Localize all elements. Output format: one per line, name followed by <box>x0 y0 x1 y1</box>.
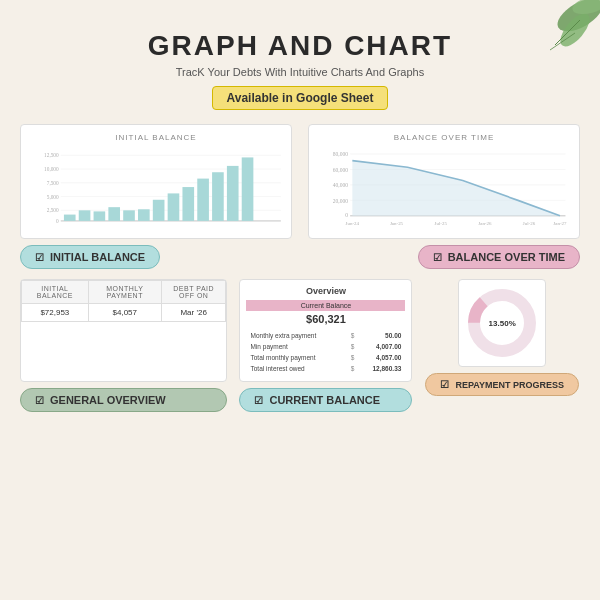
overview-title: Overview <box>246 286 405 296</box>
checkmark-icon: ☑ <box>35 252 44 263</box>
overview-row-3: Total monthly payment $ 4,057.00 <box>248 353 403 362</box>
balance-over-time-title: BALANCE OVER TIME <box>317 133 571 142</box>
label-extra-payment: Monthly extra payment <box>248 331 343 340</box>
svg-text:Jul-25: Jul-25 <box>434 221 447 226</box>
overview-section: Overview Current Balance $60,321 Monthly… <box>239 279 412 412</box>
overview-row-1: Monthly extra payment $ 50.00 <box>248 331 403 340</box>
overview-row-2: Min payment $ 4,007.00 <box>248 342 403 351</box>
svg-text:80,000: 80,000 <box>333 151 348 157</box>
svg-rect-22 <box>138 209 150 221</box>
svg-text:Jan-26: Jan-26 <box>478 221 492 226</box>
svg-rect-21 <box>123 210 135 221</box>
col-monthly-payment: MONTHLY PAYMENT <box>88 281 161 304</box>
svg-marker-53 <box>352 161 560 216</box>
page-title: GRAPH AND CHART <box>20 30 580 62</box>
table-row: $72,953 $4,057 Mar '26 <box>22 304 226 322</box>
current-balance-label: Current Balance <box>246 300 405 311</box>
label-total-interest: Total interest owed <box>248 364 343 373</box>
svg-rect-28 <box>227 166 239 221</box>
value-min-payment: 4,007.00 <box>358 342 403 351</box>
svg-rect-18 <box>79 210 91 221</box>
initial-balance-title: INITIAL BALANCE <box>29 133 283 142</box>
balance-over-time-svg: 80,000 60,000 40,000 20,000 0 <box>317 146 571 226</box>
balance-amount: $60,321 <box>246 313 405 325</box>
donut-wrapper: 13.50% <box>467 288 537 358</box>
svg-rect-20 <box>108 207 120 221</box>
donut-chart-card: 13.50% <box>458 279 546 367</box>
svg-text:20,000: 20,000 <box>333 198 348 204</box>
checkmark-icon-3: ☑ <box>35 395 44 406</box>
value-extra-payment: 50.00 <box>358 331 403 340</box>
label-min-payment: Min payment <box>248 342 343 351</box>
svg-text:5,000: 5,000 <box>47 194 59 200</box>
donut-percentage: 13.50% <box>489 319 516 328</box>
svg-rect-26 <box>197 179 209 221</box>
initial-balance-section: INITIAL BALANCE 12,500 10,000 7,500 5,00… <box>20 124 292 269</box>
value-total-interest: 12,860.33 <box>358 364 403 373</box>
svg-text:12,500: 12,500 <box>44 152 59 158</box>
debt-table: INITIAL BALANCE MONTHLY PAYMENT DEBT PAI… <box>21 280 226 322</box>
symbol-3: $ <box>346 353 356 362</box>
svg-rect-19 <box>94 211 106 221</box>
svg-text:Jun-24: Jun-24 <box>346 221 360 226</box>
overview-card: Overview Current Balance $60,321 Monthly… <box>239 279 412 382</box>
leaf-decoration <box>520 0 600 75</box>
col-debt-paid-off: DEBT PAID OFF ON <box>161 281 226 304</box>
general-overview-button[interactable]: ☑ GENERAL OVERVIEW <box>20 388 227 412</box>
value-total-monthly: 4,057.00 <box>358 353 403 362</box>
table-section: INITIAL BALANCE MONTHLY PAYMENT DEBT PAI… <box>20 279 227 412</box>
balance-over-time-button[interactable]: ☑ BALANCE OVER TIME <box>418 245 580 269</box>
symbol-2: $ <box>346 342 356 351</box>
initial-balance-chart: INITIAL BALANCE 12,500 10,000 7,500 5,00… <box>20 124 292 239</box>
svg-text:2,500: 2,500 <box>47 207 59 213</box>
cell-monthly: $4,057 <box>88 304 161 322</box>
cell-initial: $72,953 <box>22 304 89 322</box>
symbol-4: $ <box>346 364 356 373</box>
current-balance-button[interactable]: ☑ CURRENT BALANCE <box>239 388 412 412</box>
balance-over-time-chart: BALANCE OVER TIME 80,000 60,000 40,000 2… <box>308 124 580 239</box>
svg-text:7,500: 7,500 <box>47 180 59 186</box>
initial-balance-svg: 12,500 10,000 7,500 5,000 2,500 0 <box>29 146 283 226</box>
overview-details-table: Monthly extra payment $ 50.00 Min paymen… <box>246 329 405 375</box>
donut-section: 13.50% ☑ REPAYMENT PROGRESS <box>424 279 580 412</box>
checkmark-icon-4: ☑ <box>254 395 263 406</box>
svg-text:0: 0 <box>56 218 59 224</box>
svg-text:60,000: 60,000 <box>333 167 348 173</box>
svg-text:0: 0 <box>345 212 348 218</box>
symbol-1: $ <box>346 331 356 340</box>
svg-rect-29 <box>242 157 254 221</box>
availability-badge: Available in Google Sheet <box>212 86 389 110</box>
svg-rect-27 <box>212 172 224 221</box>
initial-balance-button[interactable]: ☑ INITIAL BALANCE <box>20 245 160 269</box>
svg-rect-23 <box>153 200 165 221</box>
svg-text:Jan-27: Jan-27 <box>553 221 567 226</box>
repayment-progress-button[interactable]: ☑ REPAYMENT PROGRESS <box>425 373 579 396</box>
header: GRAPH AND CHART TracK Your Debts With In… <box>20 20 580 110</box>
svg-text:40,000: 40,000 <box>333 182 348 188</box>
checkmark-icon-5: ☑ <box>440 379 449 390</box>
svg-rect-17 <box>64 215 76 221</box>
col-initial-balance: INITIAL BALANCE <box>22 281 89 304</box>
overview-row-4: Total interest owed $ 12,860.33 <box>248 364 403 373</box>
overview-table-card: INITIAL BALANCE MONTHLY PAYMENT DEBT PAI… <box>20 279 227 382</box>
svg-rect-25 <box>182 187 194 221</box>
svg-text:Jan-25: Jan-25 <box>390 221 404 226</box>
svg-rect-24 <box>168 193 180 221</box>
svg-text:10,000: 10,000 <box>44 166 59 172</box>
svg-text:Jul-26: Jul-26 <box>523 221 536 226</box>
label-total-monthly: Total monthly payment <box>248 353 343 362</box>
bottom-section: INITIAL BALANCE MONTHLY PAYMENT DEBT PAI… <box>20 279 580 412</box>
balance-over-time-section: BALANCE OVER TIME 80,000 60,000 40,000 2… <box>308 124 580 269</box>
page: GRAPH AND CHART TracK Your Debts With In… <box>0 0 600 600</box>
page-subtitle: TracK Your Debts With Intuitive Charts A… <box>20 66 580 78</box>
checkmark-icon-2: ☑ <box>433 252 442 263</box>
cell-paid-off: Mar '26 <box>161 304 226 322</box>
